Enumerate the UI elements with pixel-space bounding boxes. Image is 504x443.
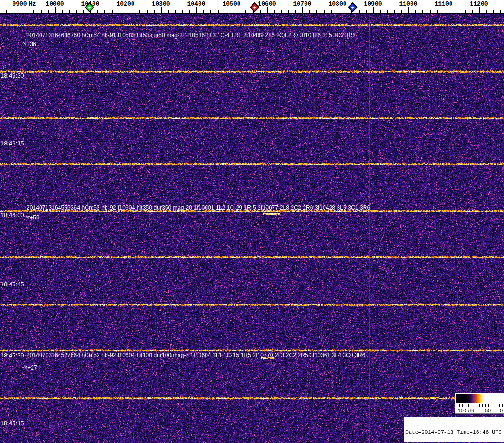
- ruler-tick: [27, 10, 27, 13]
- scale-ticks: [455, 404, 504, 407]
- freq-tick-label: 11200: [470, 0, 488, 7]
- ruler-tick: [76, 10, 77, 13]
- ruler-tick: [281, 10, 282, 13]
- legend-tick: [485, 404, 486, 407]
- ruler-tick: [69, 10, 70, 13]
- freq-tick-label: 10400: [187, 0, 205, 7]
- ruler-tick: [373, 7, 374, 13]
- ruler-marker-blue-diamond-icon[interactable]: [348, 2, 358, 12]
- freq-tick-label: 11000: [399, 0, 417, 7]
- ruler-tick: [239, 10, 239, 13]
- legend-tick: [497, 404, 497, 407]
- marker-center-dot: [351, 6, 354, 9]
- ruler-tick: [147, 10, 148, 13]
- ruler-tick: [189, 10, 190, 13]
- freq-tick-label: 10900: [364, 0, 382, 7]
- legend-tick: [488, 404, 489, 407]
- scale-label-mid: -50: [483, 408, 491, 413]
- legend-tick: [477, 404, 477, 407]
- legend-tick: [459, 404, 460, 407]
- ruler-tick: [324, 10, 325, 13]
- ruler-tick: [126, 7, 126, 13]
- ruler-tick: [366, 10, 367, 13]
- db-color-scale: -100 dB -50 0: [455, 393, 504, 414]
- ruler-tick: [154, 10, 155, 13]
- legend-tick: [465, 404, 465, 407]
- ruler-tick: [394, 10, 395, 13]
- legend-tick: [482, 404, 483, 407]
- ruler-tick: [444, 7, 444, 13]
- ruler-tick: [6, 10, 7, 13]
- legend-tick: [471, 404, 471, 407]
- ruler-tick: [225, 10, 225, 13]
- ruler-tick: [210, 10, 211, 13]
- ruler-tick: [359, 10, 360, 13]
- ruler-tick: [472, 10, 473, 13]
- ruler-tick: [437, 10, 438, 13]
- frequency-ruler: 9900100001010010200103001040010500106001…: [0, 0, 504, 14]
- freq-tick-label: 10800: [328, 0, 346, 7]
- ruler-tick: [203, 10, 204, 13]
- ruler-tick: [260, 10, 261, 13]
- ruler-tick: [218, 10, 219, 13]
- legend-tick: [462, 404, 463, 407]
- ruler-tick: [451, 10, 451, 13]
- legend-tick: [457, 404, 457, 407]
- ruler-tick: [486, 10, 487, 13]
- ruler-tick: [168, 10, 169, 13]
- legend-tick: [499, 404, 500, 407]
- ruler-tick: [245, 10, 246, 13]
- freq-tick-label: 11100: [434, 0, 452, 7]
- spectrogram-canvas: [0, 14, 504, 443]
- observation-info-box: Date=2014-07-13 Time=16:46 UTC Freq=143 …: [404, 417, 504, 442]
- scale-label-max: 0: [500, 408, 503, 413]
- ruler-tick: [139, 10, 140, 13]
- ruler-tick: [196, 7, 197, 13]
- ruler-tick: [288, 10, 289, 13]
- ruler-tick: [13, 10, 13, 13]
- ruler-tick: [83, 10, 84, 13]
- ruler-tick: [422, 10, 423, 13]
- color-gradient-bar: [456, 394, 503, 403]
- marker-center-dot: [88, 6, 91, 9]
- ruler-tick: [182, 10, 183, 13]
- ruler-tick: [338, 7, 338, 13]
- freq-tick-label: 10700: [293, 0, 311, 7]
- ruler-tick: [387, 10, 388, 13]
- ruler-tick: [274, 10, 275, 13]
- ruler-tick: [500, 10, 501, 13]
- ruler-tick: [267, 7, 268, 13]
- ruler-tick: [458, 10, 458, 13]
- freq-tick-label: 9900: [12, 0, 27, 7]
- ruler-tick: [175, 10, 176, 13]
- marker-center-dot: [253, 6, 256, 9]
- info-date-time: Date=2014-07-13 Time=16:46 UTC: [405, 430, 502, 436]
- ruler-tick: [119, 10, 119, 13]
- ruler-tick: [48, 10, 49, 13]
- scale-labels: -100 dB -50 0: [456, 408, 503, 413]
- freq-tick-label: 10600: [258, 0, 276, 7]
- ruler-tick: [430, 10, 431, 13]
- ruler-tick: [302, 7, 303, 13]
- ruler-tick: [465, 10, 466, 13]
- ruler-tick: [493, 10, 494, 13]
- legend-tick: [468, 404, 469, 407]
- ruler-tick: [345, 10, 345, 13]
- ruler-tick: [112, 10, 113, 13]
- ruler-tick: [401, 10, 402, 13]
- ruler-tick: [415, 10, 416, 13]
- ruler-tick: [33, 10, 34, 13]
- freq-unit-label: Hz: [29, 0, 36, 7]
- ruler-tick: [104, 10, 105, 13]
- meteor-echo-spectrogram-app: 9900100001010010200103001040010500106001…: [0, 0, 504, 443]
- legend-tick: [494, 404, 494, 407]
- ruler-tick: [232, 7, 232, 13]
- ruler-tick: [161, 7, 162, 13]
- legend-tick: [502, 404, 503, 407]
- ruler-tick: [20, 7, 20, 13]
- legend-tick: [479, 404, 480, 407]
- ruler-tick: [479, 7, 480, 13]
- ruler-tick: [55, 7, 56, 13]
- ruler-tick: [309, 10, 310, 13]
- ruler-tick: [97, 10, 98, 13]
